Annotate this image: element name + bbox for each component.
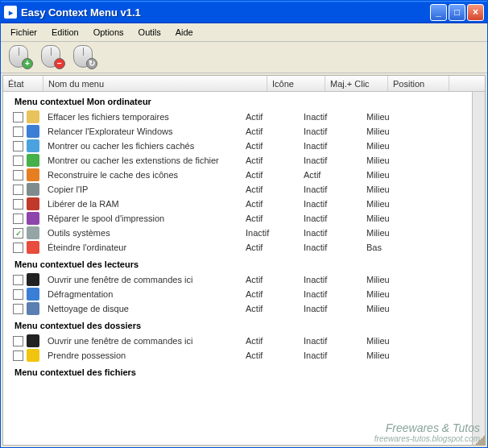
- row-label: Ouvrir une fenêtre de commandes ici: [44, 336, 246, 346]
- checkbox[interactable]: [13, 141, 23, 151]
- badge-icon: +: [22, 58, 33, 69]
- table-row[interactable]: Reconstruire le cache des icônesActifAct…: [3, 168, 472, 182]
- row-maj-state: Inactif: [304, 289, 366, 299]
- table-row[interactable]: Effacer les fichiers temporairesActifIna…: [3, 110, 472, 124]
- table-row[interactable]: Montrer ou cacher les extenstions de fic…: [3, 153, 472, 168]
- window-buttons: _ □ ×: [430, 4, 484, 21]
- row-label: Prendre possession: [44, 351, 246, 360]
- checkbox[interactable]: [13, 289, 23, 300]
- row-position: Milieu: [366, 275, 428, 284]
- table-row[interactable]: Éteindre l'ordinateurActifInactifBas: [3, 240, 472, 255]
- group-header[interactable]: Menu contextuel des dossiers: [3, 316, 472, 334]
- table-row[interactable]: Relancer l'Explorateur WindowsActifInact…: [3, 124, 472, 139]
- maximize-button[interactable]: □: [449, 4, 465, 21]
- row-icon: [27, 154, 39, 167]
- checkbox[interactable]: [13, 336, 23, 346]
- row-maj-state: Inactif: [304, 185, 366, 194]
- row-maj-state: Inactif: [304, 304, 366, 313]
- row-position: Milieu: [366, 214, 428, 223]
- table-row[interactable]: Prendre possessionActifInactifMilieu: [3, 348, 472, 363]
- mouse-refresh-button[interactable]: ↻: [70, 45, 97, 69]
- table-row[interactable]: Ouvrir une fenêtre de commandes iciActif…: [3, 272, 472, 287]
- row-icon: [27, 241, 39, 254]
- row-label: Copier l'IP: [44, 185, 246, 194]
- header-position[interactable]: Position: [388, 76, 449, 91]
- row-icone-state: Actif: [246, 141, 304, 151]
- table-row[interactable]: Libérer de la RAMActifInactifMilieu: [3, 197, 472, 211]
- close-button[interactable]: ×: [467, 4, 484, 21]
- header-nom[interactable]: Nom du menu: [43, 76, 267, 91]
- row-icone-state: Actif: [246, 127, 304, 136]
- table-row[interactable]: Ouvrir une fenêtre de commandes iciActif…: [3, 334, 472, 348]
- row-position: Milieu: [366, 199, 428, 209]
- row-label: Effacer les fichiers temporaires: [44, 112, 246, 122]
- row-icon: [27, 197, 39, 210]
- app-icon: ▸: [4, 6, 17, 19]
- resize-grip[interactable]: [474, 434, 486, 446]
- checkbox[interactable]: [13, 185, 23, 195]
- row-maj-state: Inactif: [304, 228, 366, 238]
- row-maj-state: Inactif: [304, 351, 366, 360]
- group-header[interactable]: Menu contextuel Mon ordinateur: [3, 92, 472, 110]
- row-position: Milieu: [366, 289, 428, 299]
- row-icon: [27, 349, 39, 362]
- header-icone[interactable]: Icône: [267, 76, 325, 91]
- row-icone-state: Actif: [246, 289, 304, 299]
- row-icon: [27, 139, 39, 152]
- row-label: Nettoyage de disque: [44, 304, 246, 313]
- list-body[interactable]: Menu contextuel Mon ordinateurEffacer le…: [3, 92, 472, 445]
- row-label: Libérer de la RAM: [44, 199, 246, 209]
- row-icon: [27, 334, 39, 347]
- mouse-remove-button[interactable]: −: [38, 45, 65, 69]
- checkbox[interactable]: [13, 275, 23, 285]
- menu-aide[interactable]: Aide: [169, 26, 200, 39]
- row-icone-state: Actif: [246, 275, 304, 284]
- row-icon: [27, 183, 39, 196]
- table-row[interactable]: Copier l'IPActifInactifMilieu: [3, 182, 472, 197]
- row-label: Montrer ou cacher les extenstions de fic…: [44, 156, 246, 165]
- table-row[interactable]: Montrer ou cacher les fichiers cachésAct…: [3, 139, 472, 153]
- menu-options[interactable]: Options: [87, 26, 130, 39]
- table-row[interactable]: Réparer le spool d'impressionActifInacti…: [3, 211, 472, 226]
- checkbox[interactable]: [13, 156, 23, 166]
- table-row[interactable]: ✓Outils systèmesInactifInactifMilieu: [3, 226, 472, 240]
- row-icone-state: Actif: [246, 199, 304, 209]
- row-icon: [27, 288, 39, 301]
- checkbox[interactable]: [13, 127, 23, 137]
- row-icon: [27, 212, 39, 225]
- checkbox[interactable]: [13, 199, 23, 209]
- badge-icon: −: [54, 58, 65, 69]
- app-window: ▸ Easy Context Menu v1.1 _ □ × FichierEd…: [0, 0, 488, 448]
- row-maj-state: Inactif: [304, 156, 366, 165]
- group-header[interactable]: Menu contextuel des fichiers: [3, 363, 472, 380]
- row-label: Reconstruire le cache des icônes: [44, 170, 246, 180]
- row-maj-state: Inactif: [304, 243, 366, 252]
- table-row[interactable]: Nettoyage de disqueActifInactifMilieu: [3, 301, 472, 316]
- group-header[interactable]: Menu contextuel des lecteurs: [3, 255, 472, 272]
- row-label: Ouvrir une fenêtre de commandes ici: [44, 275, 246, 284]
- row-label: Outils systèmes: [44, 228, 246, 238]
- header-maj[interactable]: Maj.+ Clic: [325, 76, 388, 91]
- header-etat[interactable]: État: [3, 76, 43, 91]
- minimize-button[interactable]: _: [430, 4, 447, 21]
- row-position: Milieu: [366, 228, 428, 238]
- checkbox[interactable]: [13, 170, 23, 180]
- checkbox[interactable]: [13, 112, 23, 122]
- table-row[interactable]: DéfragmentationActifInactifMilieu: [3, 287, 472, 301]
- titlebar[interactable]: ▸ Easy Context Menu v1.1 _ □ ×: [1, 1, 487, 23]
- vertical-scrollbar[interactable]: [472, 92, 485, 445]
- row-position: Milieu: [366, 112, 428, 122]
- mouse-add-button[interactable]: +: [6, 45, 33, 69]
- checkbox[interactable]: ✓: [13, 228, 23, 239]
- row-position: Milieu: [366, 351, 428, 360]
- badge-icon: ↻: [86, 58, 97, 69]
- row-maj-state: Inactif: [304, 275, 366, 284]
- menu-outils[interactable]: Outils: [132, 26, 167, 39]
- checkbox[interactable]: [13, 214, 23, 224]
- checkbox[interactable]: [13, 243, 23, 253]
- menu-fichier[interactable]: Fichier: [4, 26, 43, 39]
- row-maj-state: Inactif: [304, 141, 366, 151]
- menu-edition[interactable]: Edition: [45, 26, 85, 39]
- checkbox[interactable]: [13, 304, 23, 314]
- checkbox[interactable]: [13, 351, 23, 361]
